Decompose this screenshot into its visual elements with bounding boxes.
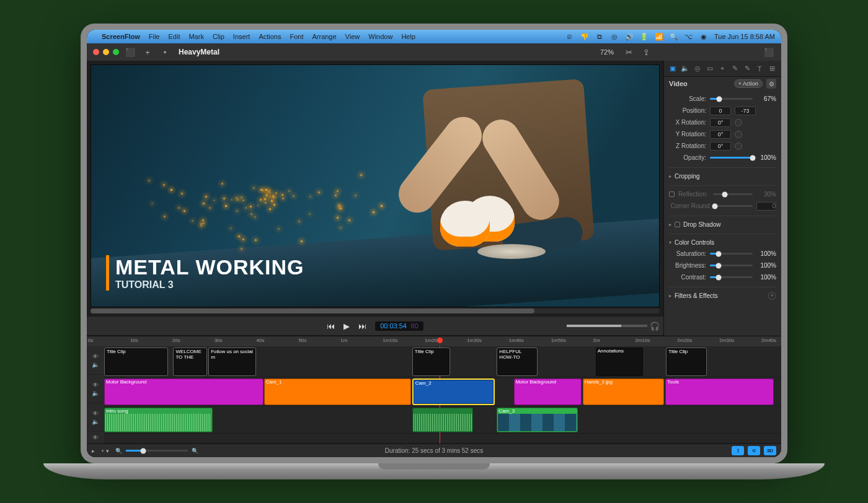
timeline-clip[interactable]: Cam_1 (264, 378, 411, 405)
snap-marker-icon[interactable]: ⟟ (732, 446, 744, 455)
track-3-controls[interactable]: 👁🔈 (87, 403, 104, 432)
track-4-controls[interactable]: 👁 (87, 432, 104, 444)
canvas-preview[interactable]: METAL WORKING TUTORIAL 3 (91, 64, 660, 307)
timeline-clip[interactable]: Cam_2 (412, 378, 495, 405)
menu-edit[interactable]: Edit (168, 33, 180, 40)
timeline-clip[interactable]: Hands_2.jpg (583, 378, 664, 405)
dropbox-icon[interactable]: ⧉ (595, 32, 604, 41)
canvas-zoom[interactable]: 72% (600, 48, 614, 56)
close-button[interactable] (93, 49, 99, 55)
colorcontrols-header[interactable]: ▾Color Controls (669, 237, 776, 248)
position-x-field[interactable]: 0 (710, 107, 731, 115)
menu-actions[interactable]: Actions (259, 33, 281, 40)
timeline-clip[interactable]: Title Clip (666, 348, 707, 376)
timeline-clip[interactable]: WELCOME TO THE (173, 348, 207, 376)
scale-slider[interactable] (710, 98, 753, 100)
cc-icon[interactable]: ◎ (610, 32, 619, 41)
menu-clip[interactable]: Clip (213, 33, 224, 40)
headphones-icon[interactable]: 🎧 (650, 321, 660, 331)
position-y-field[interactable]: -73 (735, 107, 756, 115)
menu-font[interactable]: Font (290, 33, 303, 40)
menu-arrange[interactable]: Arrange (312, 33, 336, 40)
tab-annotations-icon[interactable]: ✎ (730, 64, 740, 74)
prev-button[interactable]: ⏮ (327, 321, 335, 331)
timeline-ruler[interactable]: 0s10s20s30s40s50s1m1m10s1m20s1m30s1m40s1… (87, 336, 781, 346)
gear-icon[interactable]: ⚙ (766, 79, 776, 89)
xrot-dial[interactable] (735, 119, 742, 126)
timeline-clip[interactable]: Annotations (596, 348, 643, 376)
sidebar-toggle-icon[interactable]: ⬛ (124, 46, 136, 58)
zoom-out-icon[interactable]: 🔍 (115, 448, 122, 454)
contrast-slider[interactable] (710, 276, 753, 278)
timeline-clip[interactable]: HELPFUL HOW-TO (497, 348, 538, 376)
volume-icon[interactable]: 🔊 (625, 32, 634, 41)
xrot-field[interactable]: 0° (710, 118, 731, 127)
battery-icon[interactable]: 🔋 (640, 32, 649, 41)
wifi-icon[interactable]: 📶 (655, 32, 663, 41)
zrot-dial[interactable] (735, 142, 742, 150)
reflection-slider[interactable] (713, 193, 753, 195)
timecode-display[interactable]: 00:03:54 80 (375, 321, 423, 331)
track-2-controls[interactable]: 👁🔈 (87, 375, 104, 403)
track-1-controls[interactable]: 👁🔈 (87, 346, 104, 375)
minimize-button[interactable] (103, 49, 109, 55)
menu-view[interactable]: View (345, 33, 360, 40)
timeline-clip[interactable]: Cam_3 (497, 408, 578, 432)
brightness-slider[interactable] (710, 265, 753, 266)
add-filter-icon[interactable]: + (768, 292, 776, 300)
3d-button[interactable]: 3D (764, 446, 776, 455)
cropping-header[interactable]: ▸Cropping (669, 170, 776, 182)
saturation-slider[interactable] (710, 253, 753, 255)
control-center-icon[interactable]: ⌥ (684, 32, 693, 41)
corner-value[interactable]: 0 (756, 202, 776, 211)
tab-text-icon[interactable]: ✎ (742, 64, 752, 74)
panel-toggle-icon[interactable]: ⬛ (763, 46, 775, 58)
timeline-clip[interactable]: Motor Background (104, 378, 264, 405)
next-button[interactable]: ⏭ (358, 321, 366, 331)
timeline-clip[interactable]: Motor Background (514, 378, 582, 405)
opacity-slider[interactable] (710, 157, 753, 159)
corner-slider[interactable] (715, 205, 753, 207)
dropshadow-checkbox[interactable] (675, 222, 680, 227)
menu-help[interactable]: Help (401, 33, 415, 40)
zoom-button[interactable] (113, 49, 119, 55)
app-name[interactable]: ScreenFlow (102, 33, 140, 40)
pointer-tool-icon[interactable]: ▸ (92, 448, 95, 454)
yrot-field[interactable]: 0° (710, 130, 731, 139)
screen-record-icon[interactable]: ⎚ (565, 32, 574, 41)
menu-file[interactable]: File (149, 33, 160, 40)
menubar-clock[interactable]: Tue Jun 15 8:58 AM (714, 33, 775, 40)
tab-screenrec-icon[interactable]: ◎ (693, 64, 702, 74)
add-action-button[interactable]: + Action (734, 79, 763, 88)
preview-volume-slider[interactable] (567, 325, 647, 327)
dropshadow-header[interactable]: ▸Drop Shadow (669, 219, 776, 230)
timeline-clip[interactable]: Follow us on social m (208, 348, 255, 376)
menu-window[interactable]: Window (368, 33, 392, 40)
search-icon[interactable]: 🔍 (670, 32, 678, 41)
reflection-checkbox[interactable] (669, 191, 675, 197)
siri-icon[interactable]: ◉ (699, 32, 708, 41)
tab-touch-icon[interactable]: ⌖ (717, 64, 727, 74)
timeline-clip[interactable]: Tools (665, 378, 774, 405)
play-button[interactable]: ▶ (343, 321, 350, 331)
thumbs-icon[interactable]: 👎 (580, 32, 589, 41)
tab-callout-icon[interactable]: ▭ (705, 64, 715, 74)
zrot-field[interactable]: 0° (710, 142, 731, 151)
timeline-lanes[interactable]: Title ClipWELCOME TO THEFollow us on soc… (104, 346, 781, 444)
tab-audio-icon[interactable]: 🔈 (680, 64, 690, 74)
zoom-in-icon[interactable]: 🔍 (192, 448, 198, 454)
timeline-clip[interactable] (412, 408, 473, 432)
timeline-clip[interactable]: Title Clip (104, 348, 168, 376)
add-icon[interactable]: + (141, 46, 154, 58)
timeline-zoom-slider[interactable] (126, 450, 188, 452)
tab-text2-icon[interactable]: T (755, 64, 764, 74)
menu-mark[interactable]: Mark (188, 33, 203, 40)
add-track-icon[interactable]: + ▾ (101, 448, 109, 454)
timeline-clip[interactable]: Title Clip (412, 348, 450, 376)
tab-video-icon[interactable]: ▣ (668, 64, 678, 74)
timeline-clip[interactable]: Intro song (104, 408, 213, 432)
share-icon[interactable]: ⇪ (640, 46, 652, 58)
magnet-icon[interactable]: ⊂ (748, 446, 760, 455)
lower-third-title[interactable]: METAL WORKING TUTORIAL 3 (106, 255, 304, 291)
yrot-dial[interactable] (735, 131, 742, 138)
